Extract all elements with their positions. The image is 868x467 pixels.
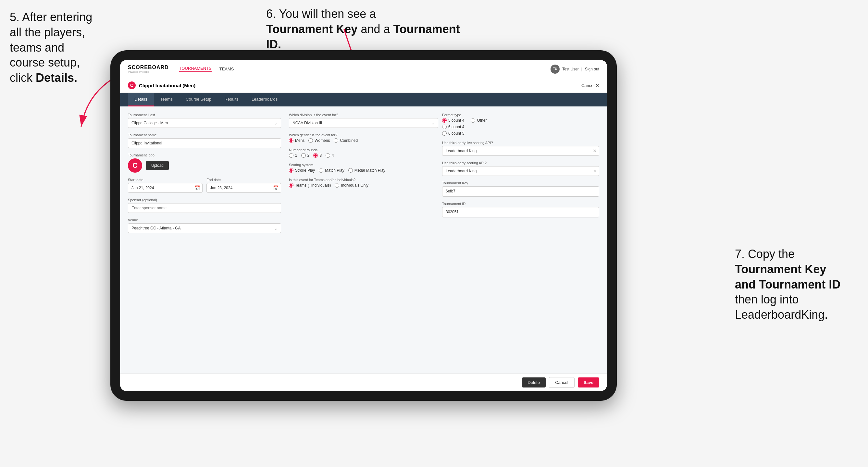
gender-mens-option[interactable]: Mens <box>289 138 305 143</box>
tournament-host-select-wrapper: Clippd College - Men <box>128 118 281 128</box>
start-date-group: Start date 📅 <box>128 178 203 193</box>
tournament-name-input[interactable] <box>128 138 281 148</box>
col-right: Format type 5 count 4 Other <box>442 113 599 367</box>
nav-tournaments[interactable]: TOURNAMENTS <box>179 66 212 72</box>
annotation-bottom-right: 7. Copy the Tournament Keyand Tournament… <box>735 247 858 322</box>
user-avatar: TU <box>551 65 560 74</box>
api2-group: Use third-party scoring API? ✕ <box>442 161 599 176</box>
rounds-2-option[interactable]: 2 <box>301 153 310 158</box>
gender-group: Which gender is the event for? Mens Wome… <box>289 133 438 143</box>
scoring-stroke-radio[interactable] <box>289 168 293 173</box>
format-5count4-option[interactable]: 5 count 4 <box>442 118 464 123</box>
rounds-4-option[interactable]: 4 <box>326 153 334 158</box>
division-select-wrapper: NCAA Division III <box>289 118 438 128</box>
tab-details[interactable]: Details <box>128 93 154 106</box>
teams-individuals-only-option[interactable]: Individuals Only <box>335 183 368 188</box>
nav-teams[interactable]: TEAMS <box>219 66 234 71</box>
api2-input[interactable] <box>442 166 599 176</box>
scoring-match-radio[interactable] <box>319 168 323 173</box>
teams-plus-individuals-radio[interactable] <box>289 183 293 188</box>
gender-womens-radio[interactable] <box>308 138 313 143</box>
end-date-group: End date 📅 <box>207 178 281 193</box>
delete-button[interactable]: Delete <box>522 377 546 387</box>
teams-individuals-only-label: Individuals Only <box>341 183 368 188</box>
tab-results[interactable]: Results <box>218 93 245 106</box>
sponsor-label: Sponsor (optional) <box>128 198 281 202</box>
format-6count5-option[interactable]: 6 count 5 <box>442 131 599 136</box>
division-select[interactable]: NCAA Division III <box>289 118 438 128</box>
save-button[interactable]: Save <box>578 377 599 387</box>
scoring-stroke-option[interactable]: Stroke Play <box>289 168 315 173</box>
scoring-match-option[interactable]: Match Play <box>319 168 344 173</box>
format-6count4-radio[interactable] <box>442 125 447 129</box>
tab-course-setup[interactable]: Course Setup <box>179 93 218 106</box>
api1-input-wrap: ✕ <box>442 146 599 156</box>
teams-radio-group: Teams (+Individuals) Individuals Only <box>289 183 438 188</box>
end-date-wrap: 📅 <box>207 183 281 193</box>
end-date-label: End date <box>207 178 281 182</box>
format-options: 5 count 4 Other 6 count 4 <box>442 118 599 136</box>
tab-teams[interactable]: Teams <box>154 93 179 106</box>
format-other-radio[interactable] <box>471 118 475 123</box>
format-6count4-option[interactable]: 6 count 4 <box>442 125 599 129</box>
tournament-host-select[interactable]: Clippd College - Men <box>128 118 281 128</box>
sponsor-input[interactable] <box>128 203 281 213</box>
format-row-1: 5 count 4 Other <box>442 118 599 123</box>
rounds-2-radio[interactable] <box>301 153 306 158</box>
sign-out-link[interactable]: Sign out <box>585 67 599 71</box>
cancel-button[interactable]: Cancel <box>549 377 574 388</box>
tabs-bar: Details Teams Course Setup Results Leade… <box>120 93 607 106</box>
format-5count4-radio[interactable] <box>442 118 447 123</box>
rounds-4-label: 4 <box>332 153 334 158</box>
gender-mens-radio[interactable] <box>289 138 293 143</box>
tournament-cancel-link[interactable]: Cancel ✕ <box>581 83 599 88</box>
gender-combined-radio[interactable] <box>334 138 338 143</box>
rounds-3-option[interactable]: 3 <box>313 153 322 158</box>
rounds-4-radio[interactable] <box>326 153 330 158</box>
format-6count5-radio[interactable] <box>442 131 447 136</box>
sponsor-group: Sponsor (optional) <box>128 198 281 213</box>
app-header: SCOREBOARD Powered by clippd TOURNAMENTS… <box>120 60 607 78</box>
teams-group: Is this event for Teams and/or Individua… <box>289 178 438 188</box>
format-other-option[interactable]: Other <box>471 118 487 123</box>
dates-group: Start date 📅 End date 📅 <box>128 178 281 193</box>
rounds-1-radio[interactable] <box>289 153 293 158</box>
tournament-host-label: Tournament Host <box>128 113 281 117</box>
app-logo-sub: Powered by clippd <box>128 70 169 73</box>
action-bar: Delete Cancel Save <box>120 374 607 391</box>
upload-button[interactable]: Upload <box>146 161 169 170</box>
rounds-3-radio[interactable] <box>313 153 318 158</box>
start-date-input[interactable] <box>128 183 203 193</box>
rounds-radio-group: 1 2 3 4 <box>289 153 438 158</box>
scoring-group: Scoring system Stroke Play Match Play <box>289 163 438 173</box>
tournament-logo-group: Tournament logo C Upload <box>128 153 281 173</box>
logo-upload-area: C Upload <box>128 158 281 173</box>
scoring-medal-radio[interactable] <box>348 168 353 173</box>
tab-leaderboards[interactable]: Leaderboards <box>245 93 284 106</box>
api2-clear-icon[interactable]: ✕ <box>593 168 597 174</box>
tournament-key-value: 6efb7 <box>442 186 599 197</box>
format-other-label: Other <box>477 118 487 123</box>
rounds-1-option[interactable]: 1 <box>289 153 297 158</box>
api1-input[interactable] <box>442 146 599 156</box>
gender-mens-label: Mens <box>295 138 305 143</box>
main-content: Tournament Host Clippd College - Men Tou… <box>120 106 607 374</box>
app-logo-text: SCOREBOARD <box>128 65 169 70</box>
venue-select[interactable]: Peachtree GC - Atlanta - GA <box>128 223 281 233</box>
tablet-screen: SCOREBOARD Powered by clippd TOURNAMENTS… <box>120 60 607 391</box>
end-date-input[interactable] <box>207 183 281 193</box>
scoring-medal-option[interactable]: Medal Match Play <box>348 168 385 173</box>
api1-clear-icon[interactable]: ✕ <box>593 148 597 154</box>
gender-womens-option[interactable]: Womens <box>308 138 330 143</box>
tournament-bar: C Clippd Invitational (Men) Cancel ✕ <box>120 78 607 93</box>
teams-individuals-only-radio[interactable] <box>335 183 339 188</box>
tournament-name-group: Tournament name <box>128 133 281 148</box>
gender-combined-option[interactable]: Combined <box>334 138 358 143</box>
logo-preview: C <box>128 158 142 173</box>
tournament-id-value: 302051 <box>442 207 599 217</box>
teams-plus-individuals-option[interactable]: Teams (+Individuals) <box>289 183 331 188</box>
format-6count5-label: 6 count 5 <box>448 131 464 136</box>
api2-input-wrap: ✕ <box>442 166 599 176</box>
tournament-title: C Clippd Invitational (Men) <box>128 82 195 89</box>
format-5count4-label: 5 count 4 <box>448 118 464 123</box>
